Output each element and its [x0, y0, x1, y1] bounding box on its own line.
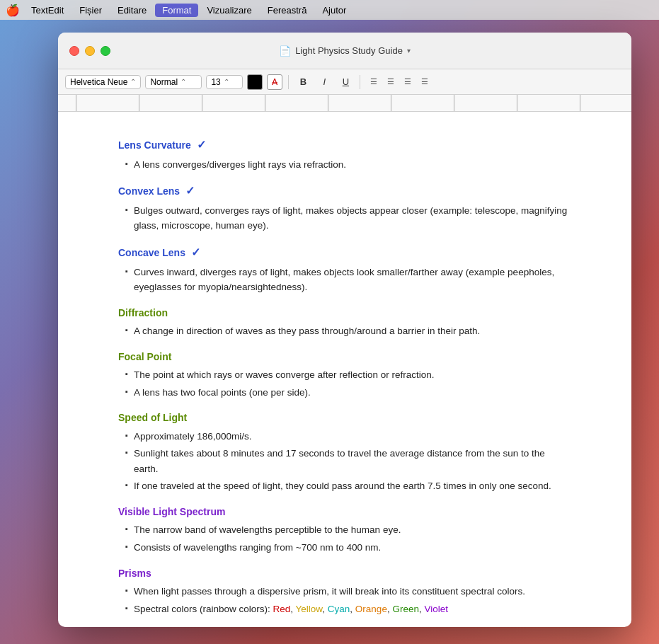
maximize-button[interactable]	[101, 46, 110, 56]
list-item: Consists of wavelengths ranging from ~70…	[125, 540, 571, 556]
bullet-list-diffraction: A change in direction of waves as they p…	[125, 323, 571, 339]
bullet-list-visible-light-spectrum: The narrow band of wavelengths perceptib…	[125, 522, 571, 555]
italic-button[interactable]: I	[316, 74, 333, 91]
section-convex-lens: Convex Lens ✓ Bulges outward, converges …	[118, 182, 571, 234]
list-item: A change in direction of waves as they p…	[125, 323, 571, 339]
list-item: If one traveled at the speed of light, t…	[125, 478, 571, 494]
section-concave-lens: Concave Lens ✓ Curves inward, diverges r…	[118, 243, 571, 295]
section-title-convex-lens: Convex Lens ✓	[118, 182, 571, 200]
list-item: A lens has two focal points (one per sid…	[125, 385, 571, 401]
bold-button[interactable]: B	[294, 74, 311, 91]
section-title-prisms: Prisms	[118, 565, 571, 581]
document-title: Light Physics Study Guide	[295, 45, 403, 56]
close-button[interactable]	[69, 46, 79, 56]
section-speed-of-light: Speed of Light Approximately 186,000mi/s…	[118, 410, 571, 494]
menubar-vizualizare[interactable]: Vizualizare	[200, 4, 258, 17]
bullet-list-lens-curvature: A lens converges/diverges light rays via…	[125, 157, 571, 173]
menubar-format[interactable]: Format	[155, 4, 198, 17]
font-size: 13	[211, 77, 220, 87]
color-yellow: Yellow	[296, 604, 323, 614]
menubar-textedit[interactable]: TextEdit	[24, 4, 71, 17]
ruler	[58, 95, 631, 112]
style-selector[interactable]: Normal ⌃	[145, 75, 202, 89]
bullet-list-prisms: When light passes through a dispersive p…	[125, 584, 571, 616]
color-orange: Orange	[355, 604, 387, 614]
list-item: Bulges outward, converges rays of light,…	[125, 203, 571, 234]
list-item: The point at which rays or waves converg…	[125, 367, 571, 383]
list-item: A lens converges/diverges light rays via…	[125, 157, 571, 173]
color-cyan: Cyan	[328, 604, 350, 614]
size-chevron-icon: ⌃	[224, 78, 229, 86]
align-justify-button[interactable]: ☰	[417, 74, 432, 90]
menubar-editare[interactable]: Editare	[110, 4, 154, 17]
toolbar-divider-1	[288, 75, 289, 89]
list-item: Sunlight takes about 8 minutes and 17 se…	[125, 446, 571, 476]
list-item: Spectral colors (rainbow colors): Red, Y…	[125, 602, 571, 617]
color-violet: Violet	[424, 604, 448, 614]
traffic-lights	[69, 46, 110, 56]
section-title-diffraction: Diffraction	[118, 305, 571, 321]
text-color-picker[interactable]	[247, 74, 263, 90]
document-window: 📄 Light Physics Study Guide ▾ Helvetica …	[58, 33, 631, 627]
list-item: When light passes through a dispersive p…	[125, 584, 571, 599]
bullet-list-speed-of-light: Approximately 186,000mi/s. Sunlight take…	[125, 429, 571, 494]
alignment-group: ☰ ☰ ☰ ☰	[366, 74, 432, 90]
ruler-markings	[65, 95, 624, 111]
font-selector[interactable]: Helvetica Neue ⌃	[65, 75, 141, 89]
bullet-list-concave-lens: Curves inward, diverges rays of light, m…	[125, 265, 571, 295]
checkmark-icon: ✓	[185, 185, 195, 197]
checkmark-icon: ✓	[197, 139, 206, 151]
font-name: Helvetica Neue	[70, 77, 127, 87]
section-diffraction: Diffraction A change in direction of wav…	[118, 305, 571, 339]
color-red: Red	[273, 604, 290, 614]
bullet-list-focal-point: The point at which rays or waves converg…	[125, 367, 571, 400]
titlebar-title-area: 📄 Light Physics Study Guide ▾	[279, 45, 411, 57]
section-title-lens-curvature: Lens Curvature ✓	[118, 136, 571, 154]
font-chevron-icon: ⌃	[130, 78, 136, 86]
style-name: Normal	[150, 77, 178, 87]
bullet-list-convex-lens: Bulges outward, converges rays of light,…	[125, 203, 571, 234]
section-focal-point: Focal Point The point at which rays or w…	[118, 349, 571, 401]
chevron-down-icon[interactable]: ▾	[407, 47, 411, 54]
menubar-fereastra[interactable]: Fereastră	[260, 4, 314, 17]
align-right-button[interactable]: ☰	[400, 74, 416, 90]
checkmark-icon: ✓	[191, 246, 200, 258]
section-lens-curvature: Lens Curvature ✓ A lens converges/diverg…	[118, 136, 571, 172]
color-green: Green	[392, 604, 419, 614]
menubar-fisier[interactable]: Fișier	[72, 4, 109, 17]
document-icon: 📄	[279, 45, 291, 57]
highlight-color-picker[interactable]: A̶	[267, 74, 282, 90]
section-title-speed-of-light: Speed of Light	[118, 410, 571, 425]
list-item: The narrow band of wavelengths perceptib…	[125, 522, 571, 538]
size-selector[interactable]: 13 ⌃	[206, 75, 243, 89]
section-prisms: Prisms When light passes through a dispe…	[118, 565, 571, 617]
toolbar-divider-2	[360, 75, 360, 89]
menubar-ajutor[interactable]: Ajutor	[315, 4, 353, 17]
list-item: Curves inward, diverges rays of light, m…	[125, 265, 571, 295]
apple-menu[interactable]: 🍎	[6, 3, 20, 17]
section-title-visible-light-spectrum: Visible Light Spectrum	[118, 504, 571, 519]
document-content[interactable]: Lens Curvature ✓ A lens converges/diverg…	[58, 112, 631, 627]
underline-button[interactable]: U	[337, 74, 354, 91]
menubar: 🍎 TextEdit Fișier Editare Format Vizuali…	[0, 0, 659, 20]
align-left-button[interactable]: ☰	[366, 74, 382, 90]
style-chevron-icon: ⌃	[180, 78, 186, 86]
minimize-button[interactable]	[85, 46, 95, 56]
section-title-concave-lens: Concave Lens ✓	[118, 243, 571, 262]
apple-logo: 🍎	[6, 4, 20, 17]
strikethrough-icon: A̶	[272, 77, 277, 87]
align-center-button[interactable]: ☰	[383, 74, 399, 90]
section-title-focal-point: Focal Point	[118, 349, 571, 364]
toolbar: Helvetica Neue ⌃ Normal ⌃ 13 ⌃ A̶ B I U …	[58, 69, 631, 95]
list-item: Approximately 186,000mi/s.	[125, 429, 571, 444]
titlebar: 📄 Light Physics Study Guide ▾	[58, 33, 631, 69]
section-visible-light-spectrum: Visible Light Spectrum The narrow band o…	[118, 504, 571, 556]
spectral-colors-text: Spectral colors (rainbow colors): Red, Y…	[134, 602, 448, 617]
